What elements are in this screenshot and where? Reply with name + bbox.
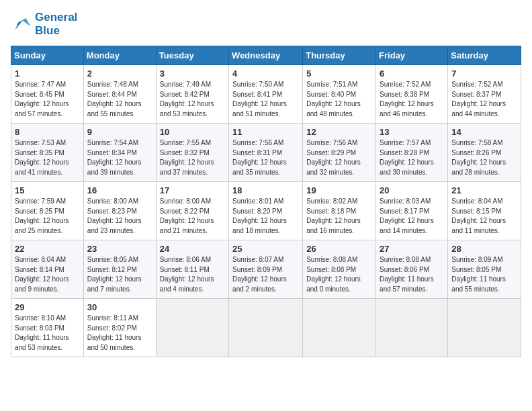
day-info: Sunrise: 8:00 AMSunset: 8:22 PMDaylight:…	[160, 197, 214, 234]
day-info: Sunrise: 8:06 AMSunset: 8:11 PMDaylight:…	[160, 256, 214, 293]
calendar-cell: 2 Sunrise: 7:48 AMSunset: 8:44 PMDayligh…	[83, 65, 156, 124]
svg-marker-1	[23, 18, 30, 26]
day-number: 22	[15, 244, 80, 254]
day-number: 20	[380, 185, 444, 195]
day-number: 24	[160, 244, 225, 254]
calendar-week-row: 22 Sunrise: 8:04 AMSunset: 8:14 PMDaylig…	[11, 240, 521, 299]
svg-marker-0	[15, 18, 30, 30]
page-header: General Blue	[11, 11, 521, 38]
day-info: Sunrise: 7:52 AMSunset: 8:38 PMDaylight:…	[380, 81, 434, 118]
day-info: Sunrise: 7:56 AMSunset: 8:29 PMDaylight:…	[306, 139, 361, 176]
calendar-weekday-header: Friday	[376, 46, 448, 65]
day-info: Sunrise: 7:47 AMSunset: 8:45 PMDaylight:…	[15, 81, 69, 118]
day-number: 13	[380, 127, 444, 137]
calendar-table: SundayMondayTuesdayWednesdayThursdayFrid…	[11, 46, 521, 357]
calendar-weekday-header: Wednesday	[229, 46, 303, 65]
calendar-cell	[303, 299, 376, 357]
calendar-cell: 5 Sunrise: 7:51 AMSunset: 8:40 PMDayligh…	[303, 65, 376, 124]
day-number: 18	[232, 185, 299, 195]
day-number: 15	[15, 185, 80, 195]
day-info: Sunrise: 7:56 AMSunset: 8:31 PMDaylight:…	[232, 139, 287, 176]
logo: General Blue	[11, 11, 77, 38]
day-info: Sunrise: 8:02 AMSunset: 8:18 PMDaylight:…	[306, 197, 361, 234]
day-number: 11	[232, 127, 299, 137]
day-number: 9	[87, 127, 152, 137]
calendar-cell: 30 Sunrise: 8:11 AMSunset: 8:02 PMDaylig…	[83, 299, 156, 357]
calendar-weekday-header: Sunday	[11, 46, 84, 65]
day-number: 25	[232, 244, 299, 254]
day-number: 27	[380, 244, 444, 254]
day-number: 26	[306, 244, 372, 254]
day-number: 19	[306, 185, 372, 195]
calendar-cell: 11 Sunrise: 7:56 AMSunset: 8:31 PMDaylig…	[229, 124, 303, 182]
day-number: 1	[15, 68, 80, 79]
calendar-cell: 13 Sunrise: 7:57 AMSunset: 8:28 PMDaylig…	[376, 124, 448, 182]
day-info: Sunrise: 8:09 AMSunset: 8:05 PMDaylight:…	[451, 256, 506, 293]
calendar-week-row: 1 Sunrise: 7:47 AMSunset: 8:45 PMDayligh…	[11, 65, 521, 124]
day-number: 6	[380, 68, 444, 79]
day-info: Sunrise: 8:04 AMSunset: 8:15 PMDaylight:…	[451, 197, 506, 234]
calendar-weekday-header: Thursday	[303, 46, 376, 65]
day-number: 3	[160, 68, 225, 79]
day-info: Sunrise: 8:10 AMSunset: 8:03 PMDaylight:…	[15, 314, 69, 351]
calendar-cell: 21 Sunrise: 8:04 AMSunset: 8:15 PMDaylig…	[448, 182, 521, 240]
day-info: Sunrise: 8:11 AMSunset: 8:02 PMDaylight:…	[87, 314, 142, 351]
calendar-cell: 29 Sunrise: 8:10 AMSunset: 8:03 PMDaylig…	[11, 299, 84, 357]
day-number: 2	[87, 68, 152, 79]
calendar-cell: 28 Sunrise: 8:09 AMSunset: 8:05 PMDaylig…	[448, 240, 521, 299]
calendar-cell: 12 Sunrise: 7:56 AMSunset: 8:29 PMDaylig…	[303, 124, 376, 182]
day-info: Sunrise: 7:49 AMSunset: 8:42 PMDaylight:…	[160, 81, 214, 118]
calendar-cell: 15 Sunrise: 7:59 AMSunset: 8:25 PMDaylig…	[11, 182, 84, 240]
calendar-cell: 24 Sunrise: 8:06 AMSunset: 8:11 PMDaylig…	[156, 240, 228, 299]
day-info: Sunrise: 7:55 AMSunset: 8:32 PMDaylight:…	[160, 139, 214, 176]
day-number: 7	[451, 68, 517, 79]
calendar-cell: 16 Sunrise: 8:00 AMSunset: 8:23 PMDaylig…	[83, 182, 156, 240]
day-info: Sunrise: 8:05 AMSunset: 8:12 PMDaylight:…	[87, 256, 142, 293]
day-info: Sunrise: 8:01 AMSunset: 8:20 PMDaylight:…	[232, 197, 287, 234]
day-number: 29	[15, 302, 80, 312]
calendar-weekday-header: Tuesday	[156, 46, 228, 65]
logo-text: General Blue	[35, 11, 77, 38]
calendar-cell: 18 Sunrise: 8:01 AMSunset: 8:20 PMDaylig…	[229, 182, 303, 240]
calendar-cell: 23 Sunrise: 8:05 AMSunset: 8:12 PMDaylig…	[83, 240, 156, 299]
day-info: Sunrise: 7:54 AMSunset: 8:34 PMDaylight:…	[87, 139, 142, 176]
calendar-cell: 1 Sunrise: 7:47 AMSunset: 8:45 PMDayligh…	[11, 65, 84, 124]
calendar-cell: 14 Sunrise: 7:58 AMSunset: 8:26 PMDaylig…	[448, 124, 521, 182]
calendar-cell	[229, 299, 303, 357]
calendar-cell: 19 Sunrise: 8:02 AMSunset: 8:18 PMDaylig…	[303, 182, 376, 240]
calendar-cell: 17 Sunrise: 8:00 AMSunset: 8:22 PMDaylig…	[156, 182, 228, 240]
calendar-cell: 26 Sunrise: 8:08 AMSunset: 8:08 PMDaylig…	[303, 240, 376, 299]
calendar-cell: 7 Sunrise: 7:52 AMSunset: 8:37 PMDayligh…	[448, 65, 521, 124]
calendar-cell: 27 Sunrise: 8:08 AMSunset: 8:06 PMDaylig…	[376, 240, 448, 299]
day-number: 28	[451, 244, 517, 254]
calendar-week-row: 29 Sunrise: 8:10 AMSunset: 8:03 PMDaylig…	[11, 299, 521, 357]
calendar-cell: 9 Sunrise: 7:54 AMSunset: 8:34 PMDayligh…	[83, 124, 156, 182]
calendar-cell: 22 Sunrise: 8:04 AMSunset: 8:14 PMDaylig…	[11, 240, 84, 299]
day-number: 17	[160, 185, 225, 195]
calendar-header-row: SundayMondayTuesdayWednesdayThursdayFrid…	[11, 46, 521, 65]
day-info: Sunrise: 8:07 AMSunset: 8:09 PMDaylight:…	[232, 256, 287, 293]
calendar-cell: 6 Sunrise: 7:52 AMSunset: 8:38 PMDayligh…	[376, 65, 448, 124]
day-info: Sunrise: 7:52 AMSunset: 8:37 PMDaylight:…	[451, 81, 506, 118]
calendar-cell	[376, 299, 448, 357]
calendar-cell	[448, 299, 521, 357]
day-info: Sunrise: 7:51 AMSunset: 8:40 PMDaylight:…	[306, 81, 361, 118]
day-info: Sunrise: 7:57 AMSunset: 8:28 PMDaylight:…	[380, 139, 434, 176]
day-info: Sunrise: 8:08 AMSunset: 8:06 PMDaylight:…	[380, 256, 434, 293]
day-info: Sunrise: 8:00 AMSunset: 8:23 PMDaylight:…	[87, 197, 142, 234]
day-number: 30	[87, 302, 152, 312]
day-info: Sunrise: 8:03 AMSunset: 8:17 PMDaylight:…	[380, 197, 434, 234]
day-info: Sunrise: 7:53 AMSunset: 8:35 PMDaylight:…	[15, 139, 69, 176]
day-info: Sunrise: 8:04 AMSunset: 8:14 PMDaylight:…	[15, 256, 69, 293]
day-info: Sunrise: 7:48 AMSunset: 8:44 PMDaylight:…	[87, 81, 142, 118]
calendar-week-row: 15 Sunrise: 7:59 AMSunset: 8:25 PMDaylig…	[11, 182, 521, 240]
calendar-cell: 10 Sunrise: 7:55 AMSunset: 8:32 PMDaylig…	[156, 124, 228, 182]
day-number: 8	[15, 127, 80, 137]
day-number: 12	[306, 127, 372, 137]
day-number: 16	[87, 185, 152, 195]
day-info: Sunrise: 7:58 AMSunset: 8:26 PMDaylight:…	[451, 139, 506, 176]
calendar-week-row: 8 Sunrise: 7:53 AMSunset: 8:35 PMDayligh…	[11, 124, 521, 182]
day-number: 23	[87, 244, 152, 254]
calendar-cell: 8 Sunrise: 7:53 AMSunset: 8:35 PMDayligh…	[11, 124, 84, 182]
day-info: Sunrise: 8:08 AMSunset: 8:08 PMDaylight:…	[306, 256, 361, 293]
